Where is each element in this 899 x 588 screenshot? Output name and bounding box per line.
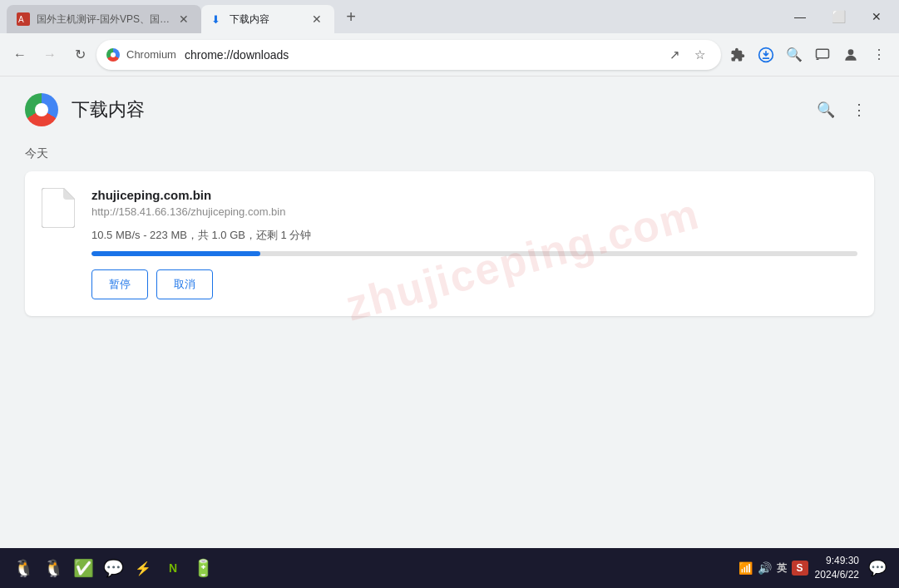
taskbar-clock[interactable]: 9:49:30 2024/6/22: [815, 554, 859, 582]
share-button[interactable]: ↗: [663, 43, 686, 67]
maximize-button[interactable]: ⬜: [819, 0, 857, 33]
tab-1[interactable]: A 国外主机测评-国外VPS、国… ✕: [7, 5, 201, 33]
notification-button[interactable]: 💬: [866, 556, 889, 580]
profile-button[interactable]: [837, 42, 864, 68]
toolbar-right: 🔍 ⋮: [724, 42, 892, 68]
url-actions: ↗ ☆: [663, 43, 711, 67]
taskbar-icon-battery[interactable]: 🔋: [190, 555, 216, 581]
taskbar-icon-wechat[interactable]: 💬: [100, 555, 126, 581]
tabs-area: A 国外主机测评-国外VPS、国… ✕ ⬇ 下载内容 ✕ +: [0, 0, 781, 33]
bookmark-button[interactable]: ☆: [688, 43, 711, 67]
section-today-label: 今天: [25, 146, 874, 161]
search-downloads-button[interactable]: 🔍: [811, 95, 841, 125]
tab-1-close[interactable]: ✕: [176, 12, 191, 27]
menu-button[interactable]: ⋮: [866, 42, 892, 68]
page-actions: 🔍 ⋮: [811, 95, 874, 125]
taskbar-right: 📶 🔊 英 S 9:49:30 2024/6/22 💬: [738, 554, 889, 582]
page-header: 下载内容 🔍 ⋮: [25, 93, 874, 126]
file-icon: [42, 188, 75, 228]
addressbar: ← → ↻ Chromium chrome://downloads ↗ ☆ 🔍 …: [0, 33, 899, 77]
svg-rect-3: [817, 49, 829, 58]
tab-1-title: 国外主机测评-国外VPS、国…: [37, 12, 170, 27]
extensions-button[interactable]: [724, 42, 751, 68]
forward-button[interactable]: →: [37, 42, 63, 68]
tab-2-title: 下载内容: [230, 12, 303, 27]
language-indicator[interactable]: 英: [777, 561, 787, 576]
volume-icon: 🔊: [758, 561, 772, 575]
taskbar: 🐧 🐧 ✅ 💬 ⚡ N 🔋 📶 🔊 英 S 9:49:30 2024/6/22 …: [0, 548, 899, 588]
taskbar-date: 2024/6/22: [815, 568, 859, 582]
downloads-page-icon: [25, 93, 58, 126]
taskbar-sys-icons: 📶 🔊 英 S: [738, 561, 808, 576]
wifi-icon: 📶: [738, 561, 753, 575]
tab-2-favicon: ⬇: [211, 13, 223, 25]
taskbar-icon-check[interactable]: ✅: [70, 555, 96, 581]
downloads-button[interactable]: [753, 42, 779, 68]
download-status: 10.5 MB/s - 223 MB，共 1.0 GB，还剩 1 分钟: [91, 228, 857, 243]
titlebar: A 国外主机测评-国外VPS、国… ✕ ⬇ 下载内容 ✕ + — ⬜ ✕: [0, 0, 899, 33]
taskbar-time: 9:49:30: [815, 554, 859, 568]
download-actions: 暂停 取消: [91, 269, 857, 299]
taskbar-icon-nvidia[interactable]: N: [160, 555, 186, 581]
minimize-button[interactable]: —: [781, 0, 819, 33]
progress-bar-container: [91, 251, 857, 256]
download-info: zhujiceping.com.bin http://158.41.66.136…: [91, 188, 857, 299]
svg-point-4: [848, 49, 854, 55]
taskbar-icon-penguin2[interactable]: 🐧: [40, 555, 67, 581]
download-card: zhujiceping.com.bin http://158.41.66.136…: [25, 171, 874, 316]
reload-button[interactable]: ↻: [67, 42, 93, 68]
url-text: chrome://downloads: [185, 48, 656, 62]
window-controls: — ⬜ ✕: [781, 0, 899, 33]
tab-2[interactable]: ⬇ 下载内容 ✕: [201, 5, 334, 33]
tab-2-close[interactable]: ✕: [309, 12, 324, 27]
more-options-button[interactable]: ⋮: [844, 95, 874, 125]
close-button[interactable]: ✕: [857, 0, 896, 33]
page-title: 下载内容: [72, 97, 145, 122]
taskbar-icon-penguin1[interactable]: 🐧: [10, 555, 37, 581]
download-url: http://158.41.66.136/zhujiceping.com.bin: [91, 205, 857, 218]
back-button[interactable]: ←: [7, 42, 33, 68]
taskbar-left: 🐧 🐧 ✅ 💬 ⚡ N 🔋: [10, 555, 216, 581]
tab-1-favicon: A: [17, 12, 30, 26]
progress-bar-fill: [91, 251, 260, 256]
new-tab-button[interactable]: +: [338, 3, 364, 30]
page-content: zhujiceping.com 下载内容 🔍 ⋮ 今天 zhujiceping.…: [0, 77, 899, 548]
page-title-area: 下载内容: [25, 93, 145, 126]
download-filename: zhujiceping.com.bin: [91, 188, 857, 202]
sougou-input-icon[interactable]: S: [792, 561, 808, 576]
taskbar-icon-bluetooth[interactable]: ⚡: [130, 555, 156, 581]
search-button[interactable]: 🔍: [781, 42, 808, 68]
browser-name-label: Chromium: [126, 48, 176, 61]
cancel-button[interactable]: 取消: [156, 269, 213, 299]
svg-text:A: A: [18, 15, 24, 24]
url-bar[interactable]: Chromium chrome://downloads ↗ ☆: [96, 40, 721, 70]
cast-button[interactable]: [809, 42, 836, 68]
chromium-favicon-icon: [106, 48, 120, 62]
pause-button[interactable]: 暂停: [91, 269, 148, 299]
